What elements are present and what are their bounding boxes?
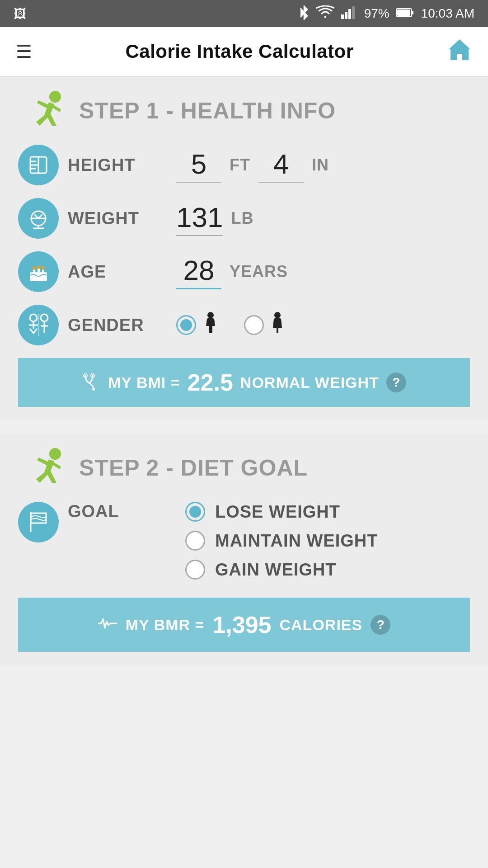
height-row: HEIGHT 5 FT 4 IN: [18, 145, 470, 185]
bmi-help-button[interactable]: ?: [386, 373, 406, 392]
svg-point-28: [30, 314, 37, 321]
gender-label: GENDER: [68, 316, 167, 335]
step2-header: STEP 2 - DIET GOAL: [18, 448, 470, 488]
bmi-value: 22.5: [188, 369, 233, 396]
weight-unit: LB: [231, 209, 253, 228]
svg-point-26: [38, 265, 40, 269]
weight-label: WEIGHT: [68, 209, 167, 228]
bmr-value: 1,395: [212, 611, 271, 638]
goal-maintain-label: MAINTAIN WEIGHT: [215, 531, 378, 551]
height-icon-circle: [18, 145, 59, 185]
step2-section: STEP 2 - DIET GOAL GOAL LOSE WEIGHT: [0, 434, 488, 665]
gender-row: GENDER: [18, 305, 470, 345]
step2-title: STEP 2 - DIET GOAL: [79, 455, 308, 481]
svg-point-36: [274, 312, 281, 318]
bmr-bar: MY BMR = 1,395 CALORIES ?: [18, 598, 470, 652]
bluetooth-icon: [299, 5, 310, 23]
step1-section: STEP 1 - HEALTH INFO HEIGHT 5 FT 4 IN: [0, 77, 488, 420]
bmr-heartbeat-icon: [98, 615, 117, 634]
goal-options: LOSE WEIGHT MAINTAIN WEIGHT GAIN WEIGHT: [185, 502, 470, 589]
bmr-help-button[interactable]: ?: [371, 615, 390, 635]
svg-point-40: [49, 448, 61, 460]
step1-title: STEP 1 - HEALTH INFO: [79, 98, 336, 124]
gender-male-option[interactable]: [244, 311, 286, 339]
age-label: AGE: [68, 262, 167, 282]
svg-rect-9: [397, 9, 410, 16]
gender-icon-circle: [18, 305, 59, 345]
weight-row: WEIGHT 131 LB: [18, 198, 470, 239]
female-figure: [201, 311, 221, 339]
height-in-unit: IN: [312, 156, 329, 175]
goal-gain-option[interactable]: GAIN WEIGHT: [185, 560, 470, 580]
svg-point-35: [207, 312, 214, 318]
app-bar: ☰ Calorie Intake Calculator: [0, 27, 488, 77]
menu-icon[interactable]: ☰: [16, 42, 32, 61]
gender-options: [176, 311, 470, 339]
battery-icon: [396, 6, 414, 21]
height-in-value[interactable]: 4: [258, 148, 304, 183]
step1-figure: [18, 90, 68, 131]
app-title: Calorie Intake Calculator: [32, 41, 447, 62]
svg-rect-5: [348, 9, 351, 19]
age-inputs: 28 YEARS: [176, 254, 470, 289]
age-row: AGE 28 YEARS: [18, 251, 470, 292]
home-icon[interactable]: [447, 38, 472, 66]
goal-gain-label: GAIN WEIGHT: [215, 560, 337, 580]
wifi-icon: [316, 5, 334, 22]
time-display: 10:03 AM: [421, 6, 474, 21]
goal-lose-option[interactable]: LOSE WEIGHT: [185, 502, 470, 522]
goal-row: GOAL LOSE WEIGHT MAINTAIN WEIGHT GAIN WE…: [18, 502, 470, 589]
step2-figure: [18, 448, 68, 488]
gender-female-option[interactable]: [176, 311, 221, 339]
bmi-stethoscope-icon: [82, 372, 101, 393]
goal-maintain-option[interactable]: MAINTAIN WEIGHT: [185, 531, 470, 551]
age-icon-circle: [18, 251, 59, 292]
gender-female-radio[interactable]: [176, 315, 196, 335]
svg-point-10: [49, 91, 61, 103]
weight-inputs: 131 LB: [176, 201, 470, 236]
age-value[interactable]: 28: [176, 254, 221, 289]
svg-rect-3: [341, 14, 344, 19]
step1-header: STEP 1 - HEALTH INFO: [18, 90, 470, 131]
goal-lose-label: LOSE WEIGHT: [215, 502, 340, 522]
age-unit: YEARS: [230, 262, 288, 281]
height-ft-unit: FT: [230, 156, 250, 175]
svg-point-27: [42, 266, 45, 270]
bmr-prefix: MY BMR =: [126, 616, 205, 634]
gender-female-radio-fill: [180, 319, 192, 331]
section-gap: [0, 420, 488, 434]
goal-lose-radio[interactable]: [185, 502, 205, 522]
bmr-unit: CALORIES: [280, 616, 363, 634]
gender-male-radio[interactable]: [244, 315, 264, 335]
bmi-status: NORMAL WEIGHT: [240, 374, 379, 392]
svg-point-37: [92, 388, 95, 391]
weight-icon-circle: [18, 198, 59, 239]
goal-label: GOAL: [68, 502, 167, 521]
svg-point-25: [33, 266, 36, 270]
goal-lose-radio-fill: [189, 506, 201, 518]
battery-percent: 97%: [364, 6, 389, 21]
goal-icon-circle: [18, 502, 59, 542]
weight-value[interactable]: 131: [176, 201, 223, 236]
height-label: HEIGHT: [68, 156, 167, 175]
image-icon: 🖼: [14, 6, 26, 21]
svg-point-32: [41, 314, 48, 321]
svg-rect-6: [352, 6, 355, 19]
svg-rect-8: [412, 11, 413, 14]
svg-rect-4: [345, 12, 347, 19]
status-left: 🖼: [14, 6, 26, 21]
bmi-prefix: MY BMI =: [108, 374, 180, 392]
goal-gain-radio[interactable]: [185, 560, 205, 580]
goal-maintain-radio[interactable]: [185, 531, 205, 551]
height-inputs: 5 FT 4 IN: [176, 148, 470, 183]
status-right: 97% 10:03 AM: [299, 5, 474, 23]
height-ft-value[interactable]: 5: [176, 148, 221, 183]
bmi-bar: MY BMI = 22.5 NORMAL WEIGHT ?: [18, 358, 470, 407]
signal-icon: [341, 5, 357, 22]
male-figure: [268, 311, 286, 339]
status-bar: 🖼: [0, 0, 488, 27]
